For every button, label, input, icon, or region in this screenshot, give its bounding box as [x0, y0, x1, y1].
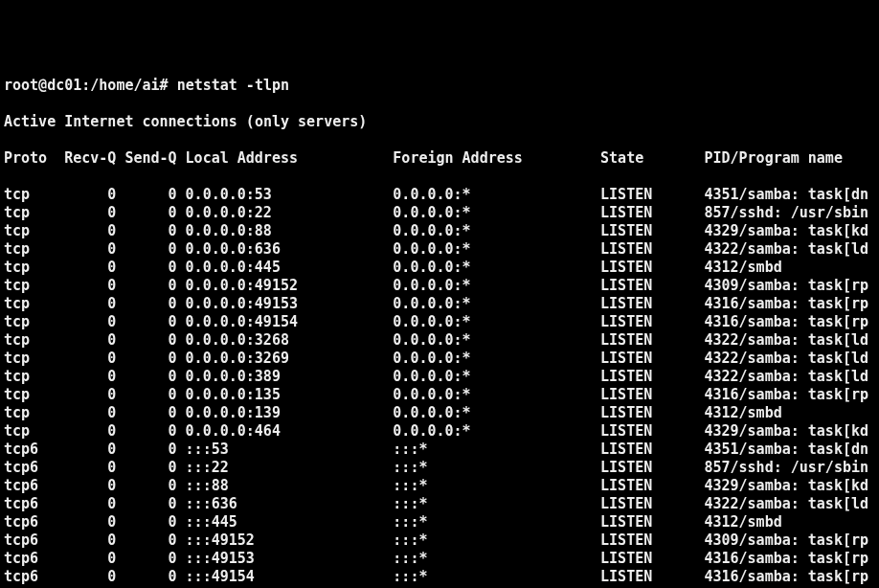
- cell-pid: 4351/samba: task[dn: [704, 186, 868, 204]
- cell-proto: tcp: [4, 277, 56, 295]
- cell-recvq: 0: [56, 368, 116, 386]
- cell-recvq: 0: [56, 204, 116, 222]
- cell-pid: 4309/samba: task[rp: [704, 277, 868, 295]
- cell-sendq: 0: [116, 568, 176, 586]
- table-row: tcp00 0.0.0.0:3890.0.0.0:*LISTEN4322/sam…: [4, 368, 879, 386]
- cell-sendq: 0: [116, 186, 176, 204]
- table-row: tcp600 :::88:::*LISTEN4329/samba: task[k…: [4, 477, 879, 495]
- cell-proto: tcp6: [4, 531, 56, 550]
- cell-proto: tcp6: [4, 441, 56, 459]
- cell-proto: tcp: [4, 368, 56, 386]
- table-row: tcp600 :::49154:::*LISTEN4316/samba: tas…: [4, 568, 879, 586]
- cell-state: LISTEN: [600, 495, 704, 513]
- cell-foreign: :::*: [393, 441, 600, 459]
- cell-local: 0.0.0.0:22: [186, 204, 394, 222]
- cell-state: LISTEN: [600, 222, 704, 240]
- cell-proto: tcp: [4, 422, 56, 441]
- cell-foreign: 0.0.0.0:*: [393, 277, 600, 295]
- cell-recvq: 0: [56, 386, 116, 404]
- cell-foreign: 0.0.0.0:*: [393, 386, 600, 404]
- cell-recvq: 0: [56, 259, 116, 277]
- cell-local: 0.0.0.0:445: [186, 259, 394, 277]
- cell-sendq: 0: [116, 422, 176, 441]
- cell-local: :::22: [186, 459, 394, 477]
- cell-state: LISTEN: [600, 513, 704, 531]
- cell-pid: 4316/samba: task[rp: [704, 313, 868, 331]
- cell-pid: 4312/smbd: [704, 513, 781, 531]
- hdr-pid: PID/Program name: [704, 149, 843, 168]
- table-row: tcp600 :::49153:::*LISTEN4316/samba: tas…: [4, 550, 879, 568]
- cell-local: 0.0.0.0:3269: [186, 350, 394, 368]
- cell-foreign: :::*: [393, 459, 600, 477]
- cell-state: LISTEN: [600, 459, 704, 477]
- cell-state: LISTEN: [600, 331, 704, 350]
- table-row: tcp00 0.0.0.0:4450.0.0.0:*LISTEN4312/smb…: [4, 259, 879, 277]
- cell-foreign: 0.0.0.0:*: [393, 350, 600, 368]
- cell-foreign: 0.0.0.0:*: [393, 222, 600, 240]
- table-row: tcp00 0.0.0.0:880.0.0.0:*LISTEN4329/samb…: [4, 222, 879, 240]
- cell-foreign: :::*: [393, 531, 600, 550]
- cell-pid: 4322/samba: task[ld: [704, 495, 868, 513]
- cell-pid: 4316/samba: task[rp: [704, 568, 868, 586]
- cell-state: LISTEN: [600, 441, 704, 459]
- cell-recvq: 0: [56, 513, 116, 531]
- table-row: tcp00 0.0.0.0:32680.0.0.0:*LISTEN4322/sa…: [4, 331, 879, 350]
- cell-pid: 4329/samba: task[kd: [704, 477, 868, 495]
- cell-local: :::88: [186, 477, 394, 495]
- cell-local: 0.0.0.0:49152: [186, 277, 394, 295]
- cell-foreign: 0.0.0.0:*: [393, 331, 600, 350]
- table-row: tcp00 0.0.0.0:1350.0.0.0:*LISTEN4316/sam…: [4, 386, 879, 404]
- cell-foreign: 0.0.0.0:*: [393, 368, 600, 386]
- cell-sendq: 0: [116, 513, 176, 531]
- prompt: root@dc01:/home/ai#: [4, 77, 169, 94]
- cell-pid: 4322/samba: task[ld: [704, 350, 868, 368]
- cell-local: 0.0.0.0:49154: [186, 313, 394, 331]
- cell-foreign: 0.0.0.0:*: [393, 204, 600, 222]
- cell-sendq: 0: [116, 550, 176, 568]
- cell-foreign: 0.0.0.0:*: [393, 240, 600, 259]
- cell-pid: 4309/samba: task[rp: [704, 531, 868, 550]
- cell-state: LISTEN: [600, 404, 704, 422]
- cell-foreign: :::*: [393, 477, 600, 495]
- cell-pid: 4322/samba: task[ld: [704, 240, 868, 259]
- cell-sendq: 0: [116, 204, 176, 222]
- cell-foreign: 0.0.0.0:*: [393, 259, 600, 277]
- table-row: tcp600 :::49152:::*LISTEN4309/samba: tas…: [4, 531, 879, 550]
- cell-recvq: 0: [56, 495, 116, 513]
- cell-recvq: 0: [56, 222, 116, 240]
- cell-proto: tcp: [4, 240, 56, 259]
- cell-pid: 4316/samba: task[rp: [704, 550, 868, 568]
- cell-pid: 4351/samba: task[dn: [704, 441, 868, 459]
- cell-recvq: 0: [56, 186, 116, 204]
- cell-pid: 4322/samba: task[ld: [704, 331, 868, 350]
- table-row: tcp00 0.0.0.0:491540.0.0.0:*LISTEN4316/s…: [4, 313, 879, 331]
- cell-local: :::49153: [186, 550, 394, 568]
- hdr-proto: Proto: [4, 149, 56, 168]
- cell-sendq: 0: [116, 295, 176, 313]
- cell-recvq: 0: [56, 550, 116, 568]
- cell-state: LISTEN: [600, 313, 704, 331]
- cell-recvq: 0: [56, 404, 116, 422]
- cell-sendq: 0: [116, 222, 176, 240]
- hdr-sendq: Send-Q: [116, 149, 176, 168]
- cell-local: :::445: [186, 513, 394, 531]
- cell-state: LISTEN: [600, 422, 704, 441]
- cell-sendq: 0: [116, 277, 176, 295]
- cell-foreign: 0.0.0.0:*: [393, 186, 600, 204]
- cell-sendq: 0: [116, 350, 176, 368]
- cell-proto: tcp6: [4, 550, 56, 568]
- command-text: netstat -tlpn: [177, 77, 289, 94]
- cell-state: LISTEN: [600, 350, 704, 368]
- cell-foreign: :::*: [393, 513, 600, 531]
- cell-local: 0.0.0.0:3268: [186, 331, 394, 350]
- cell-recvq: 0: [56, 459, 116, 477]
- table-row: tcp00 0.0.0.0:6360.0.0.0:*LISTEN4322/sam…: [4, 240, 879, 259]
- cell-pid: 857/sshd: /usr/sbin: [704, 204, 868, 222]
- cell-recvq: 0: [56, 477, 116, 495]
- cell-pid: 857/sshd: /usr/sbin: [704, 459, 868, 477]
- cell-recvq: 0: [56, 313, 116, 331]
- cell-sendq: 0: [116, 477, 176, 495]
- cell-local: 0.0.0.0:135: [186, 386, 394, 404]
- cell-state: LISTEN: [600, 259, 704, 277]
- cell-state: LISTEN: [600, 295, 704, 313]
